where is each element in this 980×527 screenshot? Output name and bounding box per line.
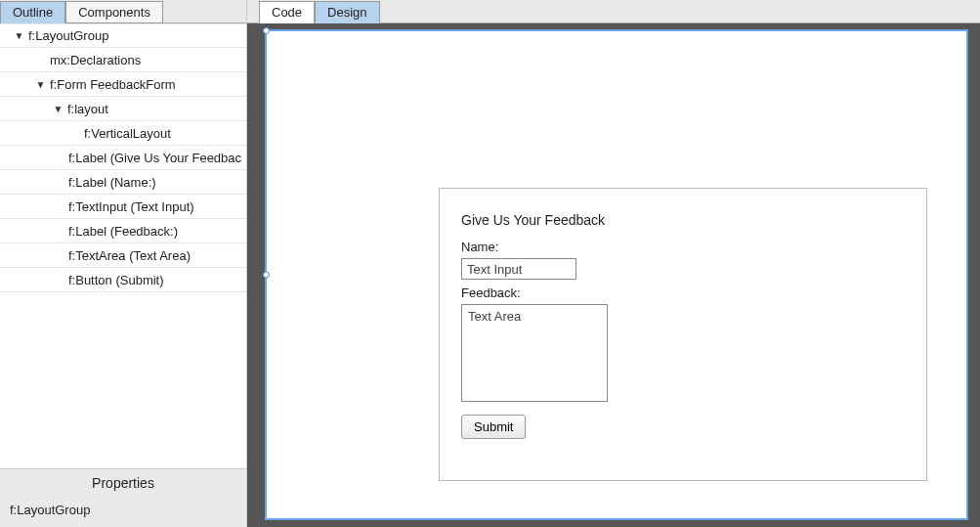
right-panel: Code Design Give Us Your Feedback Name: … bbox=[247, 0, 980, 527]
tree-label: f:Label (Name:) bbox=[68, 175, 156, 190]
tree-row-label-title[interactable]: f:Label (Give Us Your Feedbac bbox=[0, 146, 246, 170]
left-tabbar: Outline Components bbox=[0, 0, 246, 23]
right-tabbar: Code Design bbox=[247, 0, 980, 23]
properties-selected: f:LayoutGroup bbox=[0, 499, 246, 527]
tab-code[interactable]: Code bbox=[259, 1, 315, 23]
tree-label: f:TextArea (Text Area) bbox=[68, 248, 191, 263]
tree-row-textarea[interactable]: f:TextArea (Text Area) bbox=[0, 243, 246, 268]
tree-row-layoutgroup[interactable]: ▼ f:LayoutGroup bbox=[0, 23, 246, 48]
tree-row-label-feedback[interactable]: f:Label (Feedback:) bbox=[0, 219, 246, 243]
tree-label: f:VerticalLayout bbox=[84, 126, 171, 141]
tree-row-declarations[interactable]: mx:Declarations bbox=[0, 48, 246, 72]
tree-label: f:layout bbox=[67, 102, 108, 116]
tree-row-label-name[interactable]: f:Label (Name:) bbox=[0, 170, 246, 195]
name-input[interactable] bbox=[461, 258, 576, 280]
tree-label: f:Label (Feedback:) bbox=[68, 224, 178, 239]
design-surface[interactable]: Give Us Your Feedback Name: Feedback: Su… bbox=[247, 23, 980, 527]
tree-row-flayout[interactable]: ▼ f:layout bbox=[0, 97, 246, 121]
tree-label: f:Label (Give Us Your Feedbac bbox=[68, 151, 241, 165]
feedback-form: Give Us Your Feedback Name: Feedback: Su… bbox=[439, 188, 927, 481]
feedback-label: Feedback: bbox=[461, 285, 905, 300]
left-panel: Outline Components ▼ f:LayoutGroup mx:De… bbox=[0, 0, 247, 527]
chevron-down-icon: ▼ bbox=[35, 79, 46, 90]
chevron-down-icon: ▼ bbox=[14, 30, 24, 41]
properties-panel: Properties f:LayoutGroup bbox=[0, 468, 246, 527]
tree-row-form[interactable]: ▼ f:Form FeedbackForm bbox=[0, 72, 246, 97]
form-title: Give Us Your Feedback bbox=[461, 212, 905, 228]
tab-outline[interactable]: Outline bbox=[0, 1, 65, 23]
design-canvas[interactable]: Give Us Your Feedback Name: Feedback: Su… bbox=[265, 29, 968, 520]
selection-handle-icon[interactable] bbox=[263, 27, 270, 34]
tab-components[interactable]: Components bbox=[65, 1, 163, 23]
submit-button[interactable]: Submit bbox=[461, 415, 526, 439]
tree-row-textinput[interactable]: f:TextInput (Text Input) bbox=[0, 195, 246, 219]
feedback-textarea[interactable] bbox=[461, 304, 608, 402]
tree-label: f:LayoutGroup bbox=[28, 28, 108, 43]
chevron-down-icon: ▼ bbox=[53, 104, 64, 114]
tree-label: f:TextInput (Text Input) bbox=[68, 199, 194, 214]
name-label: Name: bbox=[461, 240, 905, 254]
tree-label: f:Button (Submit) bbox=[68, 273, 164, 287]
outline-tree: ▼ f:LayoutGroup mx:Declarations ▼ f:Form… bbox=[0, 23, 246, 468]
properties-header: Properties bbox=[0, 469, 246, 499]
selection-handle-icon[interactable] bbox=[263, 272, 270, 279]
tab-design[interactable]: Design bbox=[315, 1, 379, 23]
tree-label: f:Form FeedbackForm bbox=[50, 77, 176, 92]
tree-row-verticallayout[interactable]: f:VerticalLayout bbox=[0, 121, 246, 146]
tree-label: mx:Declarations bbox=[50, 53, 141, 67]
tree-row-button[interactable]: f:Button (Submit) bbox=[0, 268, 246, 292]
